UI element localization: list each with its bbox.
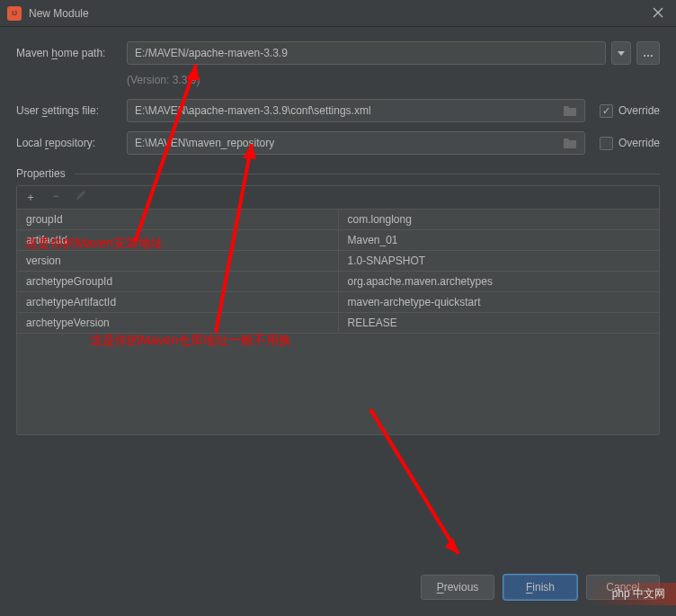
pencil-icon: [76, 190, 86, 201]
remove-button[interactable]: −: [49, 190, 62, 205]
prop-value: Maven_01: [339, 230, 660, 250]
maven-version-text: (Version: 3.3.9): [127, 74, 660, 86]
close-button[interactable]: [640, 0, 676, 25]
settings-label: User settings file:: [16, 104, 120, 117]
repo-input[interactable]: E:\MAVEN\maven_repository: [127, 131, 585, 155]
prop-value: org.apache.maven.archetypes: [339, 272, 660, 291]
properties-divider: [75, 174, 660, 174]
folder-icon: [563, 137, 577, 149]
prop-key: groupId: [17, 210, 339, 229]
table-row[interactable]: archetypeArtifactId maven-archetype-quic…: [17, 292, 659, 313]
prop-key: archetypeArtifactId: [17, 292, 339, 312]
dialog-content: Maven home path: E:/MAVEN/apache-maven-3…: [0, 27, 676, 435]
folder-icon: [563, 104, 577, 117]
previous-button[interactable]: Previous: [421, 575, 494, 600]
repo-value: E:\MAVEN\maven_repository: [135, 137, 274, 149]
prop-key: version: [17, 251, 339, 271]
properties-empty-area: [17, 334, 659, 434]
properties-toolbar: ＋ −: [17, 186, 659, 210]
repo-row: Local repository: E:\MAVEN\maven_reposit…: [16, 131, 660, 155]
previous-label: revious: [444, 581, 479, 594]
properties-table: groupId com.longlong artifactId Maven_01…: [17, 210, 659, 434]
prop-key: archetypeVersion: [17, 313, 339, 333]
prop-value: com.longlong: [339, 210, 660, 229]
properties-title: Properties: [16, 167, 66, 180]
properties-header: Properties: [16, 167, 660, 180]
window-title: New Module: [29, 7, 669, 20]
titlebar: IJ New Module: [0, 0, 676, 27]
watermark: php 中文网: [585, 583, 676, 605]
settings-row: User settings file: E:\MAVEN\apache-mave…: [16, 99, 660, 122]
repo-override-label: Override: [618, 137, 660, 149]
settings-value: E:\MAVEN\apache-maven-3.3.9\conf\setting…: [135, 104, 371, 117]
prop-value: 1.0-SNAPSHOT: [339, 251, 660, 271]
repo-label: Local repository:: [16, 137, 120, 149]
svg-marker-5: [445, 538, 458, 554]
maven-home-row: Maven home path: E:/MAVEN/apache-maven-3…: [16, 41, 660, 65]
edit-button[interactable]: [75, 190, 87, 205]
maven-home-combo[interactable]: E:/MAVEN/apache-maven-3.3.9: [127, 41, 606, 65]
finish-label: inish: [532, 581, 555, 594]
table-row[interactable]: artifactId Maven_01: [17, 230, 659, 251]
settings-override-wrap[interactable]: Override: [600, 104, 660, 118]
table-row[interactable]: version 1.0-SNAPSHOT: [17, 251, 659, 272]
repo-override-checkbox[interactable]: [600, 137, 613, 150]
prop-key: archetypeGroupId: [17, 272, 339, 291]
close-icon: [653, 7, 663, 18]
table-row[interactable]: archetypeVersion RELEASE: [17, 313, 659, 334]
chevron-down-icon: [618, 51, 625, 56]
maven-home-browse-button[interactable]: …: [636, 41, 660, 65]
prop-value: RELEASE: [339, 313, 660, 333]
repo-override-wrap[interactable]: Override: [600, 137, 660, 150]
properties-panel: ＋ − groupId com.longlong artifactId Mave…: [16, 185, 660, 435]
maven-home-value: E:/MAVEN/apache-maven-3.3.9: [135, 47, 288, 59]
prop-key: artifactId: [17, 230, 339, 250]
maven-home-dropdown[interactable]: [611, 41, 631, 65]
app-icon: IJ: [7, 6, 22, 21]
settings-override-checkbox[interactable]: [600, 104, 613, 118]
finish-button[interactable]: Finish: [503, 575, 577, 600]
add-button[interactable]: ＋: [24, 190, 37, 205]
settings-input[interactable]: E:\MAVEN\apache-maven-3.3.9\conf\setting…: [127, 99, 585, 122]
prop-value: maven-archetype-quickstart: [339, 292, 660, 312]
maven-home-label: Maven home path:: [16, 47, 120, 59]
table-row[interactable]: archetypeGroupId org.apache.maven.archet…: [17, 272, 659, 292]
settings-override-label: Override: [618, 104, 660, 117]
table-row[interactable]: groupId com.longlong: [17, 210, 659, 230]
